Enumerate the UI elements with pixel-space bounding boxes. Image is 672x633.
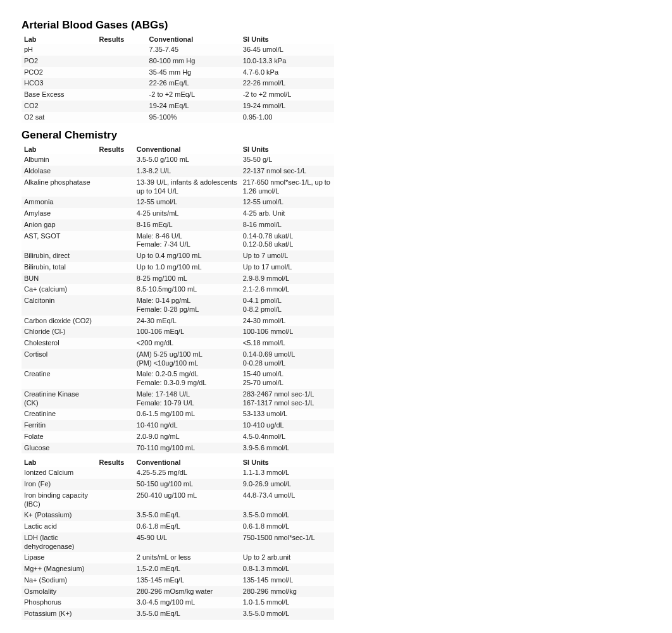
gc-cont-cell-res (97, 552, 134, 563)
gc-cell-conv: 8-16 mEq/L (134, 219, 240, 231)
gc-cont-row: LDH (lactic dehydrogenase)45-90 U/L750-1… (22, 532, 334, 553)
gc-cell-lab: Cholesterol (22, 338, 97, 349)
gc-cont-row: K+ (Potassium)3.5-5.0 mEq/L3.5-5.0 mmol/… (22, 510, 334, 521)
gc-row: Chloride (Cl-)100-106 mEq/L100-106 mmol/… (22, 326, 334, 338)
gc-cell-si: 2.1-2.6 mmol/L (240, 284, 334, 295)
gc-cell-si: 4.5-0.4nmol/L (240, 431, 334, 443)
gc-cell-conv: 13-39 U/L, infants & adolescents up to 1… (134, 177, 240, 197)
gc-cell-res (97, 231, 134, 251)
gc-cell-res (97, 166, 134, 177)
abg-section-title: Arterial Blood Gases (ABGs) (22, 19, 334, 32)
gc-cont-cell-si: 280-296 mmol/kg (240, 586, 334, 598)
gc-cell-lab: Cortisol (22, 349, 97, 369)
gc-cell-conv: Male: 0.2-0.5 mg/dLFemale: 0.3-0.9 mg/dL (134, 369, 240, 389)
abg-header-si: SI Units (240, 34, 334, 44)
gc-cell-si: 0.14-0.78 ukat/L0.12-0.58 ukat/L (240, 231, 334, 251)
gc-cont-row: Lactic acid0.6-1.8 mEq/L0.6-1.8 mmol/L (22, 521, 334, 532)
gc-cont-cell-res (97, 597, 134, 608)
abg-cell-si: 4.7-6.0 kPa (240, 67, 334, 78)
gc-cont-cell-si: 3.5-5.0 mmol/L (240, 608, 334, 620)
gc-cell-lab: Aldolase (22, 166, 97, 177)
gc-cont-cell-res (97, 532, 134, 553)
gc-cont-header-lab: Lab (22, 457, 97, 467)
gc-cont-cell-res (97, 575, 134, 586)
gc-row: Albumin3.5-5.0 g/100 mL35-50 g/L (22, 154, 334, 166)
gc-cont-cell-res (97, 586, 134, 598)
gc-cont-cell-conv: 4.25-5.25 mg/dL (134, 467, 240, 479)
abg-cell-lab: PO2 (22, 56, 97, 67)
abg-cell-lab: O2 sat (22, 112, 97, 123)
gc-cont-cell-si: Up to 2 arb.unit (240, 552, 334, 563)
gc-cont-cell-si: 0.6-1.8 mmol/L (240, 521, 334, 532)
gc-cell-lab: Albumin (22, 154, 97, 166)
abg-header-conv: Conventional (147, 34, 240, 44)
gc-cont-cell-conv: 1.5-2.0 mEq/L (134, 563, 240, 575)
gc-cell-lab: Ferritin (22, 420, 97, 431)
gc-header-res: Results (97, 144, 134, 154)
gc-cell-res (97, 338, 134, 349)
gc-cell-lab: Anion gap (22, 219, 97, 231)
abg-cell-conv: 95-100% (147, 112, 240, 123)
gc-cont-header-res: Results (97, 457, 134, 467)
abg-cell-conv: 80-100 mm Hg (147, 56, 240, 67)
gc-cell-si: 10-410 ug/dL (240, 420, 334, 431)
gc-cell-res (97, 326, 134, 338)
gc-cont-cell-si: 9.0-26.9 umol/L (240, 479, 334, 490)
gc-cell-si: 53-133 umol/L (240, 409, 334, 420)
gc-cont-cell-res (97, 490, 134, 510)
gc-cell-conv: 3.5-5.0 g/100 mL (134, 154, 240, 166)
gc-cont-cell-lab: Phosphorus (22, 597, 97, 608)
gc-row: Creatinine Kinase (CK)Male: 17-148 U/LFe… (22, 389, 334, 409)
abg-cell-res (97, 112, 147, 123)
gc-header-si: SI Units (240, 144, 334, 154)
gc-row: AST, SGOTMale: 8-46 U/LFemale: 7-34 U/L0… (22, 231, 334, 251)
gc-cont-row: Phosphorus3.0-4.5 mg/100 mL1.0-1.5 mmol/… (22, 597, 334, 608)
gc-cell-conv: 10-410 ng/dL (134, 420, 240, 431)
gc-cont-cell-res (97, 521, 134, 532)
gc-row: Creatinine0.6-1.5 mg/100 mL53-133 umol/L (22, 409, 334, 420)
gc-cont-cell-lab: Mg++ (Magnesium) (22, 563, 97, 575)
gc-cell-si: 0.14-0.69 umol/L0-0.28 umol/L (240, 349, 334, 369)
gc-row: Glucose70-110 mg/100 mL3.9-5.6 mmol/L (22, 443, 334, 454)
abg-cell-res (97, 101, 147, 112)
abg-cell-res (97, 44, 147, 56)
gc-cont-cell-si: 0.8-1.3 mmol/L (240, 563, 334, 575)
abg-header-row: Lab Results Conventional SI Units (22, 34, 334, 44)
gc-cell-lab: BUN (22, 273, 97, 285)
gc-cont-cell-res (97, 479, 134, 490)
gc-cont-cell-conv: 3.0-4.5 mg/100 mL (134, 597, 240, 608)
gc-cell-res (97, 177, 134, 197)
gc-cell-conv: 8.5-10.5mg/100 mL (134, 284, 240, 295)
gc-cont-cell-si: 3.5-5.0 mmol/L (240, 510, 334, 521)
abg-cell-si: 0.95-1.00 (240, 112, 334, 123)
gc-row: Cholesterol<200 mg/dL<5.18 mmol/L (22, 338, 334, 349)
gc-cell-res (97, 219, 134, 231)
abg-cell-res (97, 56, 147, 67)
gc-cont-row: Iron binding capacity (IBC)250-410 ug/10… (22, 490, 334, 510)
gc-row: Aldolase1.3-8.2 U/L22-137 nmol sec-1/L (22, 166, 334, 177)
abg-cell-conv: 22-26 mEq/L (147, 78, 240, 89)
gc-row: Ca+ (calcium)8.5-10.5mg/100 mL2.1-2.6 mm… (22, 284, 334, 295)
abg-cell-lab: pH (22, 44, 97, 56)
gc-cont-cell-conv: 45-90 U/L (134, 532, 240, 553)
gc-cont-cell-lab: Lactic acid (22, 521, 97, 532)
gc-row: Cortisol(AM) 5-25 ug/100 mL(PM) <10ug/10… (22, 349, 334, 369)
gc-cont-cell-conv: 3.5-5.0 mEq/L (134, 608, 240, 620)
gc-cont-cell-lab: Iron binding capacity (IBC) (22, 490, 97, 510)
gc-cell-lab: Bilirubin, total (22, 262, 97, 273)
gc-cont-cell-si: 135-145 mmol/L (240, 575, 334, 586)
abg-row: CO219-24 mEq/L19-24 mmol/L (22, 101, 334, 112)
abg-cell-lab: CO2 (22, 101, 97, 112)
gc-cont-cell-lab: Potassium (K+) (22, 608, 97, 620)
abg-row: PO280-100 mm Hg10.0-13.3 kPa (22, 56, 334, 67)
gc-cell-si: <5.18 mmol/L (240, 338, 334, 349)
gc-cell-res (97, 420, 134, 431)
gc-cont-cell-lab: Ionized Calcium (22, 467, 97, 479)
gc-cont-row: Potassium (K+)3.5-5.0 mEq/L3.5-5.0 mmol/… (22, 608, 334, 620)
abg-row: HCO322-26 mEq/L22-26 mmol/L (22, 78, 334, 89)
abg-cell-conv: 19-24 mEq/L (147, 101, 240, 112)
gc-header-row: Lab Results Conventional SI Units (22, 144, 334, 154)
gc-cell-conv: 0.6-1.5 mg/100 mL (134, 409, 240, 420)
abg-cell-lab: Base Excess (22, 89, 97, 101)
gc-cell-conv: Up to 1.0 mg/100 mL (134, 262, 240, 273)
